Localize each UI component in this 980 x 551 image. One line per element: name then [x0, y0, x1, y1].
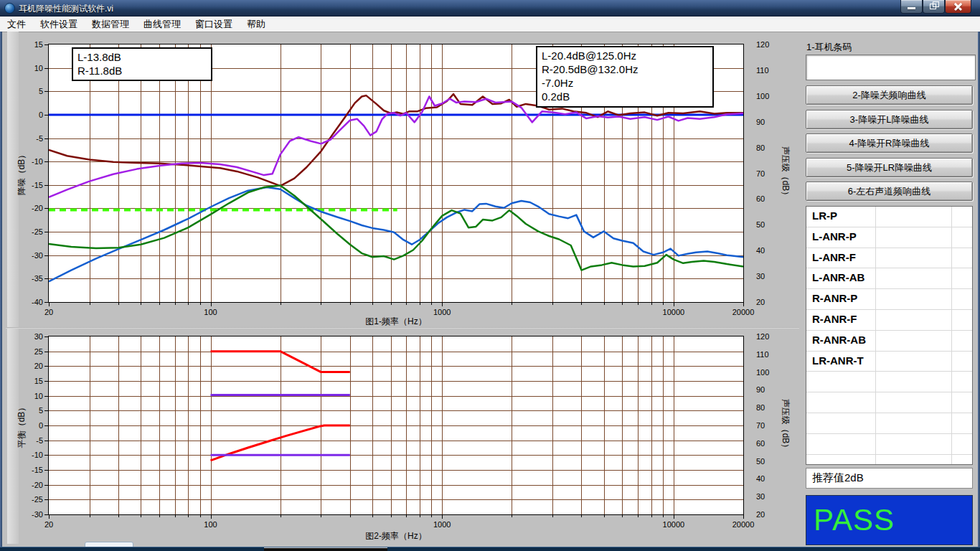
tick-label: 20	[27, 519, 70, 529]
curve-label	[806, 413, 876, 433]
curve-list-row[interactable]	[806, 455, 972, 465]
tick-mark	[604, 515, 605, 517]
sidebar-button-5[interactable]: 5-降噪开LR降噪曲线	[806, 158, 973, 177]
tick-mark	[44, 232, 48, 232]
series-anr-blue	[49, 187, 743, 281]
tick-label: -10	[14, 450, 43, 460]
tick-label: 70	[756, 169, 781, 179]
tick-mark	[44, 208, 48, 209]
tick-mark	[321, 303, 321, 305]
tick-mark	[44, 44, 48, 45]
tick-mark	[663, 515, 664, 517]
cursor-readout-line: 0.2dB	[542, 90, 708, 103]
tick-label: 110	[756, 65, 781, 75]
curve-list-row[interactable]: L-ANR-F	[806, 248, 972, 269]
taskbar-sliver[interactable]	[0, 547, 980, 551]
curve-list[interactable]: LR-PL-ANR-PL-ANR-FL-ANR-ABR-ANR-PR-ANR-F…	[806, 206, 973, 465]
tick-mark	[44, 485, 48, 486]
curve-cell	[876, 372, 952, 392]
menu-item-3[interactable]: 曲线管理	[136, 17, 188, 32]
chart2-yaxis-right-title: 声压级（dB）	[779, 399, 791, 453]
tick-mark	[90, 303, 90, 305]
tick-label: 20	[756, 509, 781, 519]
tick-mark	[44, 185, 48, 186]
tick-mark	[44, 138, 48, 139]
tick-mark	[141, 303, 141, 305]
tick-mark	[49, 515, 50, 519]
tick-label: 100	[189, 307, 232, 317]
tick-mark	[651, 303, 652, 305]
taskbar-item-sliver[interactable]	[264, 547, 387, 551]
barcode-input[interactable]	[806, 55, 976, 80]
tick-label: 90	[756, 385, 781, 395]
minimize-button[interactable]	[900, 0, 923, 14]
tick-mark	[350, 515, 351, 517]
tick-label: 50	[756, 456, 781, 466]
sidebar-button-2[interactable]: 2-降噪关频响曲线	[806, 85, 973, 105]
tick-label: 20000	[722, 307, 765, 317]
curve-cell	[952, 455, 972, 465]
curve-list-row[interactable]: L-ANR-AB	[806, 268, 972, 289]
tick-mark	[175, 303, 176, 305]
menu-item-1[interactable]: 软件设置	[33, 17, 85, 32]
curve-cell	[876, 268, 952, 288]
curve-list-row[interactable]	[806, 372, 972, 392]
tick-label: 100	[756, 91, 781, 101]
curve-cell	[876, 310, 952, 330]
curve-list-row[interactable]: LR-ANR-T	[806, 352, 972, 372]
tick-label: 80	[756, 143, 781, 153]
curve-label	[806, 392, 876, 413]
chart2-plot[interactable]	[48, 336, 744, 515]
tick-label: 120	[756, 39, 781, 50]
series-response-violet	[49, 97, 743, 197]
restore-icon	[930, 4, 936, 9]
barcode-label: 1-耳机条码	[806, 41, 852, 54]
tick-mark	[581, 303, 582, 305]
series-response-darkred	[49, 94, 743, 186]
menu-item-4[interactable]: 窗口设置	[188, 17, 240, 32]
curve-list-row[interactable]	[806, 392, 972, 413]
curve-label: L-ANR-F	[806, 248, 876, 268]
sidebar-button-4[interactable]: 4-降噪开R降噪曲线	[806, 133, 973, 153]
menu-item-2[interactable]: 数据管理	[85, 17, 136, 32]
curve-cell	[876, 455, 952, 465]
tick-mark	[211, 515, 212, 517]
curve-cell	[876, 434, 952, 454]
tick-mark	[442, 515, 443, 517]
tick-mark	[44, 68, 48, 69]
titlebar[interactable]: 耳机降噪性能测试软件.vi	[0, 0, 980, 17]
sidebar-button-6[interactable]: 6-左右声道频响曲线	[806, 182, 973, 201]
close-button[interactable]	[945, 0, 971, 14]
tick-mark	[743, 515, 744, 519]
curve-list-row[interactable]: R-ANR-AB	[806, 331, 972, 352]
curve-list-row[interactable]: R-ANR-F	[806, 310, 972, 331]
chart1-xaxis-title: 图1-频率（Hz）	[253, 316, 540, 328]
curve-list-row[interactable]: L-ANR-P	[806, 227, 972, 248]
curve-cell	[952, 392, 972, 413]
curve-cell	[952, 227, 972, 248]
curve-list-row[interactable]	[806, 413, 972, 434]
tick-mark	[188, 303, 189, 305]
curve-list-row[interactable]: LR-P	[806, 207, 972, 227]
menu-item-0[interactable]: 文件	[0, 17, 33, 32]
curve-cell	[876, 392, 952, 413]
sidebar-button-3[interactable]: 3-降噪开L降噪曲线	[806, 110, 973, 129]
tick-label: 20	[14, 361, 43, 371]
tick-mark	[406, 303, 407, 305]
tick-mark	[44, 366, 48, 367]
tick-mark	[200, 303, 201, 305]
cursor-readout-line: -7.0Hz	[542, 76, 708, 90]
tick-mark	[638, 303, 639, 305]
curve-label: L-ANR-AB	[806, 268, 876, 288]
tick-mark	[44, 425, 48, 426]
tick-mark	[44, 352, 48, 352]
tick-mark	[420, 303, 420, 305]
tick-mark	[743, 303, 744, 306]
menu-item-5[interactable]: 帮助	[240, 17, 273, 32]
curve-list-row[interactable]: R-ANR-P	[806, 289, 972, 310]
restore-button[interactable]	[923, 0, 945, 14]
curve-list-row[interactable]	[806, 434, 972, 455]
tick-label: -5	[14, 133, 43, 143]
tick-mark	[431, 515, 432, 517]
tick-label: 50	[756, 220, 781, 230]
